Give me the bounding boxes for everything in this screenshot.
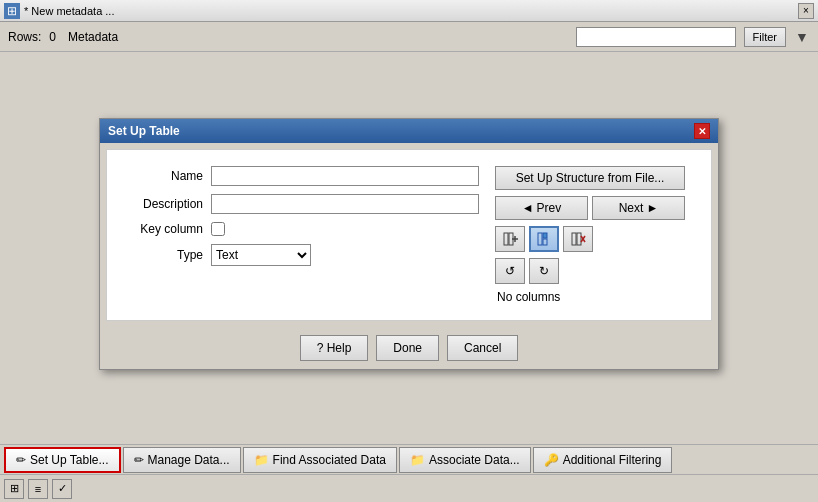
tab-setup-table[interactable]: ✏ Set Up Table... — [4, 447, 121, 473]
nav-row: ◄ Prev Next ► — [495, 196, 685, 220]
svg-rect-6 — [543, 239, 547, 245]
modal-overlay: Set Up Table ✕ Name Description — [0, 52, 818, 436]
svg-rect-4 — [538, 233, 542, 245]
status-grid-icon[interactable]: ⊞ — [4, 479, 24, 499]
dialog-body: Name Description Key column Type — [106, 149, 712, 321]
main-area: Set Up Table ✕ Name Description — [0, 52, 818, 436]
tab-setup-table-label: Set Up Table... — [30, 453, 109, 467]
no-columns-text: No columns — [497, 290, 560, 304]
rotate-left-icon: ↺ — [505, 264, 515, 278]
name-label: Name — [123, 169, 203, 183]
next-label: Next — [619, 201, 644, 215]
column-remove-button[interactable] — [563, 226, 593, 252]
form-section: Name Description Key column Type — [123, 166, 695, 304]
status-bar: ⊞ ≡ ✓ — [0, 474, 818, 502]
name-input[interactable] — [211, 166, 479, 186]
svg-rect-5 — [543, 233, 547, 238]
dialog-title: Set Up Table — [108, 124, 180, 138]
title-bar-close-button[interactable]: × — [798, 3, 814, 19]
toolbar: Rows: 0 Metadata Filter ▼ — [0, 22, 818, 52]
pencil-icon-manage: ✏ — [134, 453, 144, 467]
edit-column-icon — [536, 231, 552, 247]
funnel-icon[interactable]: ▼ — [794, 27, 810, 47]
key-column-checkbox[interactable] — [211, 222, 225, 236]
cancel-button[interactable]: Cancel — [447, 335, 518, 361]
tab-additional-filtering-label: Additional Filtering — [563, 453, 662, 467]
form-left: Name Description Key column Type — [123, 166, 479, 304]
setup-table-dialog: Set Up Table ✕ Name Description — [99, 118, 719, 370]
tab-manage-data[interactable]: ✏ Manage Data... — [123, 447, 241, 473]
tab-associate-data-label: Associate Data... — [429, 453, 520, 467]
title-bar-text: * New metadata ... — [24, 5, 794, 17]
column-edit-button[interactable] — [529, 226, 559, 252]
key-column-label: Key column — [123, 222, 203, 236]
folder-icon-find: 📁 — [254, 453, 269, 467]
prev-arrow-icon: ◄ — [522, 201, 534, 215]
description-label: Description — [123, 197, 203, 211]
filter-input[interactable] — [576, 27, 736, 47]
svg-rect-7 — [572, 233, 576, 245]
tab-find-associated-label: Find Associated Data — [273, 453, 386, 467]
prev-label: Prev — [537, 201, 562, 215]
metadata-label: Metadata — [68, 30, 118, 44]
dialog-title-bar: Set Up Table ✕ — [100, 119, 718, 143]
tab-find-associated[interactable]: 📁 Find Associated Data — [243, 447, 397, 473]
next-button[interactable]: Next ► — [592, 196, 685, 220]
title-bar: ⊞ * New metadata ... × — [0, 0, 818, 22]
key-column-row: Key column — [123, 222, 479, 236]
app-icon: ⊞ — [4, 3, 20, 19]
type-row: Type Text Number Date Boolean — [123, 244, 479, 266]
type-label: Type — [123, 248, 203, 262]
form-right: Set Up Structure from File... ◄ Prev Nex… — [495, 166, 695, 304]
description-row: Description — [123, 194, 479, 214]
filter-button[interactable]: Filter — [744, 27, 786, 47]
dialog-footer: ? Help Done Cancel — [100, 327, 718, 369]
tab-manage-data-label: Manage Data... — [148, 453, 230, 467]
rows-label: Rows: — [8, 30, 41, 44]
setup-from-file-button[interactable]: Set Up Structure from File... — [495, 166, 685, 190]
svg-rect-8 — [577, 233, 581, 245]
pencil-icon-setup: ✏ — [16, 453, 26, 467]
prev-button[interactable]: ◄ Prev — [495, 196, 588, 220]
add-column-icon — [502, 231, 518, 247]
folder-icon-associate: 📁 — [410, 453, 425, 467]
done-button[interactable]: Done — [376, 335, 439, 361]
status-check-icon[interactable]: ✓ — [52, 479, 72, 499]
rotate-right-icon: ↻ — [539, 264, 549, 278]
description-input[interactable] — [211, 194, 479, 214]
help-button[interactable]: ? Help — [300, 335, 369, 361]
dialog-close-button[interactable]: ✕ — [694, 123, 710, 139]
column-icon-row — [495, 226, 685, 252]
rotate-right-button[interactable]: ↻ — [529, 258, 559, 284]
rotate-left-button[interactable]: ↺ — [495, 258, 525, 284]
type-select[interactable]: Text Number Date Boolean — [211, 244, 311, 266]
key-icon-filter: 🔑 — [544, 453, 559, 467]
tab-additional-filtering[interactable]: 🔑 Additional Filtering — [533, 447, 673, 473]
svg-rect-0 — [504, 233, 508, 245]
status-list-icon[interactable]: ≡ — [28, 479, 48, 499]
name-row: Name — [123, 166, 479, 186]
remove-column-icon — [570, 231, 586, 247]
rotate-row: ↺ ↻ — [495, 258, 559, 284]
next-arrow-icon: ► — [646, 201, 658, 215]
rows-count: 0 — [49, 30, 56, 44]
tab-associate-data[interactable]: 📁 Associate Data... — [399, 447, 531, 473]
column-add-button[interactable] — [495, 226, 525, 252]
tab-bar: ✏ Set Up Table... ✏ Manage Data... 📁 Fin… — [0, 444, 818, 474]
